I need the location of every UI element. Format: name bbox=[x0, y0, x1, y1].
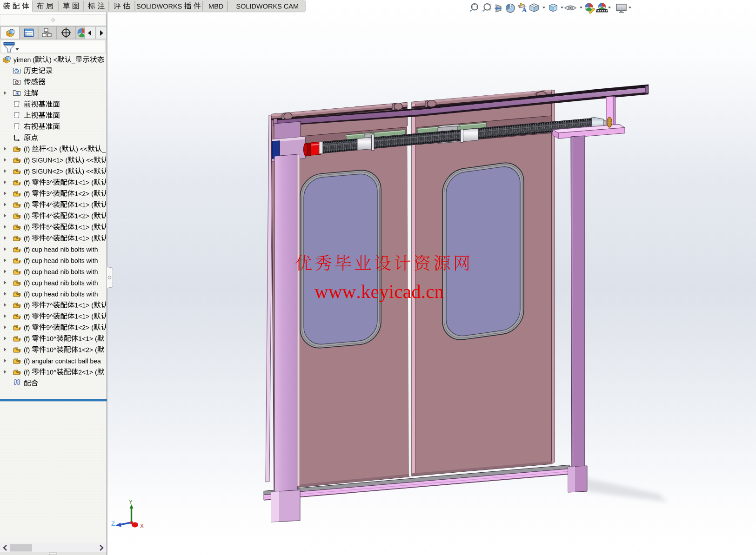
svg-text:A: A bbox=[522, 7, 527, 13]
svg-text:Y: Y bbox=[129, 499, 133, 505]
svg-text:A: A bbox=[16, 91, 19, 96]
svg-text:Z: Z bbox=[111, 520, 115, 527]
svg-text:X: X bbox=[140, 523, 144, 529]
